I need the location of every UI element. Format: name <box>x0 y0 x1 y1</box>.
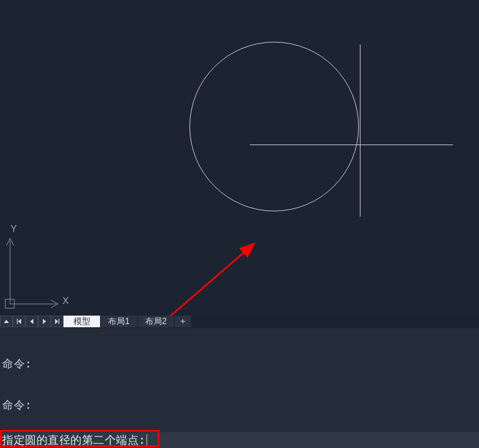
tab-nav-menu[interactable] <box>0 316 13 327</box>
tab-add[interactable]: + <box>175 316 192 327</box>
drawing-canvas[interactable]: Y X <box>0 0 479 316</box>
command-input[interactable]: 指定圆的直径的第二个端点: <box>0 432 479 448</box>
tab-layout2[interactable]: 布局2 <box>138 316 175 327</box>
crosshair-vertical <box>360 44 360 217</box>
command-prompt: 指定圆的直径的第二个端点: <box>2 433 146 447</box>
tab-nav-first[interactable] <box>13 316 25 327</box>
tab-nav-next[interactable] <box>38 316 51 327</box>
ucs-x-label: X <box>62 295 69 307</box>
input-caret <box>147 434 147 446</box>
history-line: 命令: <box>2 357 477 371</box>
tab-layout1[interactable]: 布局1 <box>101 316 138 327</box>
tab-nav-prev[interactable] <box>25 316 38 327</box>
history-line: 命令: <box>2 398 477 412</box>
ucs-icon <box>3 231 72 310</box>
preview-circle <box>189 42 359 211</box>
layout-tab-strip: 模型 布局1 布局2 + <box>0 316 479 327</box>
crosshair-horizontal <box>250 145 453 145</box>
tab-nav-last[interactable] <box>51 316 64 327</box>
history-gap <box>0 419 479 432</box>
ucs-y-label: Y <box>11 223 17 235</box>
tab-model[interactable]: 模型 <box>64 316 101 327</box>
